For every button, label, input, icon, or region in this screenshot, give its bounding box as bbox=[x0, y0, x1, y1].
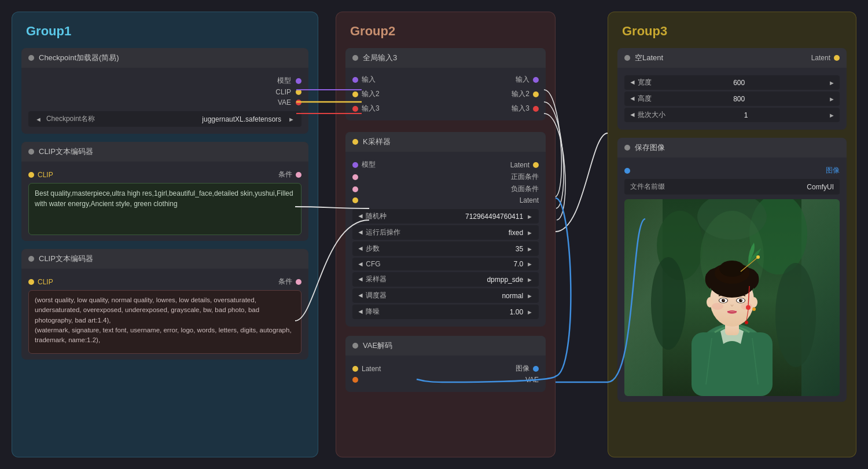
global-input-out-conn2[interactable] bbox=[533, 91, 539, 97]
empty-latent-batch-row[interactable]: ◄ 批次大小 1 ► bbox=[624, 108, 840, 122]
save-image-title: 保存图像 bbox=[635, 142, 665, 153]
vae-decode-vae-in[interactable] bbox=[352, 377, 358, 383]
checkpoint-body: 模型 CLIP VAE ◄ Checkpoint名称 juggernautXL.… bbox=[21, 68, 308, 134]
k-sampler-status-dot bbox=[352, 139, 358, 145]
clip-positive-body: CLIP 条件 Best quality,masterpiece,ultra h… bbox=[21, 162, 308, 241]
clip-positive-header-left: CLIP文本编码器 bbox=[28, 146, 93, 157]
global-input-in2[interactable] bbox=[352, 91, 358, 97]
clip-negative-title: CLIP文本编码器 bbox=[39, 254, 93, 264]
vae-decode-latent-in[interactable] bbox=[352, 366, 358, 372]
group2-title: Group2 bbox=[345, 21, 546, 41]
k-sampler-latent-label: Latent bbox=[520, 196, 539, 204]
svg-point-39 bbox=[741, 303, 752, 310]
k-sampler-header-left: K采样器 bbox=[352, 137, 391, 147]
k-sampler-cfg-row[interactable]: ◄ CFG 7.0 ► bbox=[352, 258, 539, 270]
k-sampler-sampler-value: dpmpp_sde bbox=[487, 276, 523, 284]
checkpoint-dropdown[interactable]: ◄ Checkpoint名称 juggernautXL.safetensors … bbox=[28, 111, 301, 127]
k-sampler-steps-next[interactable]: ► bbox=[525, 246, 534, 252]
k-sampler-postop-value: fixed bbox=[509, 229, 523, 237]
k-sampler-body: 模型 Latent 正面条件 负面条件 Latent ◄ 随机种 7129644… bbox=[345, 152, 546, 327]
svg-point-34 bbox=[727, 310, 737, 314]
k-sampler-scheduler-next[interactable]: ► bbox=[525, 292, 534, 299]
checkpoint-node: Checkpoint加载器(简易) 模型 CLIP VAE ◄ Checkpoi… bbox=[21, 48, 308, 134]
k-sampler-latent-in[interactable] bbox=[352, 197, 358, 203]
k-sampler-denoise-value: 1.00 bbox=[510, 308, 523, 316]
global-input-out-conn3[interactable] bbox=[533, 106, 539, 112]
global-input-in1[interactable] bbox=[352, 77, 358, 83]
svg-point-8 bbox=[775, 263, 816, 367]
k-sampler-postop-label: ◄ 运行后操作 bbox=[357, 228, 509, 237]
k-sampler-neg-in[interactable] bbox=[352, 186, 358, 192]
clip-negative-header: CLIP文本编码器 bbox=[21, 249, 308, 269]
clip-positive-condition-out[interactable] bbox=[296, 172, 301, 178]
clip-positive-io-row: CLIP 条件 bbox=[28, 170, 301, 179]
empty-latent-batch-next[interactable]: ► bbox=[829, 112, 835, 119]
empty-latent-batch-value: 1 bbox=[744, 111, 748, 119]
clip-negative-condition-out[interactable] bbox=[296, 279, 301, 285]
k-sampler-denoise-row[interactable]: ◄ 降噪 1.00 ► bbox=[352, 305, 539, 319]
vae-decode-body: Latent 图像 VAE bbox=[345, 356, 546, 392]
group1: Group1 Checkpoint加载器(简易) 模型 CLIP VAE ◄ C… bbox=[12, 12, 318, 457]
k-sampler-sampler-row[interactable]: ◄ 采样器 dpmpp_sde ► bbox=[352, 272, 539, 287]
global-input-header: 全局输入3 bbox=[345, 48, 546, 68]
vae-decode-image-out[interactable] bbox=[533, 366, 539, 372]
checkpoint-model-connector[interactable] bbox=[296, 78, 301, 84]
empty-latent-height-value: 800 bbox=[733, 95, 745, 103]
empty-latent-height-row[interactable]: ◄ 高度 800 ► bbox=[624, 91, 840, 106]
empty-latent-height-next[interactable]: ► bbox=[829, 96, 835, 102]
empty-latent-height-label: ◄ 高度 bbox=[629, 94, 652, 104]
svg-point-38 bbox=[712, 303, 723, 310]
group3-title: Group3 bbox=[617, 21, 847, 41]
vae-decode-title: VAE解码 bbox=[363, 340, 392, 351]
global-input-out2: 输入2 bbox=[512, 89, 529, 99]
k-sampler-seed-label: ◄ 随机种 bbox=[357, 211, 465, 221]
checkpoint-vae-connector[interactable] bbox=[296, 100, 301, 105]
k-sampler-seed-row[interactable]: ◄ 随机种 712964494760411 ► bbox=[352, 209, 539, 223]
clip-negative-clip-label: CLIP bbox=[38, 278, 278, 286]
save-image-node: 保存图像 图像 文件名前缀 ComfyUI bbox=[617, 138, 847, 402]
k-sampler-denoise-next[interactable]: ► bbox=[525, 309, 534, 316]
k-sampler-neg-label: 负面条件 bbox=[511, 184, 539, 194]
empty-latent-output-conn[interactable] bbox=[834, 55, 840, 61]
checkpoint-prev-btn[interactable]: ◄ bbox=[33, 116, 44, 123]
empty-latent-width-row[interactable]: ◄ 宽度 600 ► bbox=[624, 75, 840, 90]
k-sampler-cfg-next[interactable]: ► bbox=[525, 261, 534, 268]
clip-positive-condition-label: 条件 bbox=[278, 170, 292, 179]
global-input-in3[interactable] bbox=[352, 106, 358, 112]
vae-decode-latent-row: Latent 图像 bbox=[352, 364, 539, 373]
clip-negative-status-dot bbox=[28, 256, 34, 262]
k-sampler-postop-row[interactable]: ◄ 运行后操作 fixed ► bbox=[352, 225, 539, 240]
k-sampler-cfg-value: 7.0 bbox=[513, 260, 523, 268]
k-sampler-steps-row[interactable]: ◄ 步数 35 ► bbox=[352, 241, 539, 256]
global-input-label1: 输入 bbox=[362, 75, 516, 85]
checkpoint-dropdown-value: juggernautXL.safetensors bbox=[164, 115, 281, 123]
k-sampler-postop-next[interactable]: ► bbox=[525, 229, 534, 236]
save-image-input-conn[interactable] bbox=[624, 168, 630, 174]
k-sampler-scheduler-row[interactable]: ◄ 调度器 normal ► bbox=[352, 288, 539, 303]
global-input-out-conn1[interactable] bbox=[533, 77, 539, 83]
svg-point-37 bbox=[752, 307, 756, 311]
k-sampler-latent-out[interactable] bbox=[533, 162, 539, 168]
clip-positive-text[interactable]: Best quality,masterpiece,ultra high res,… bbox=[28, 183, 301, 235]
empty-latent-header-left: 空Latent bbox=[624, 53, 663, 63]
empty-latent-output: Latent bbox=[811, 54, 840, 62]
clip-negative-text[interactable]: (worst quality, low quality, normal qual… bbox=[28, 290, 301, 354]
k-sampler-pos-in[interactable] bbox=[352, 174, 358, 180]
global-input-out1: 输入 bbox=[516, 75, 529, 85]
k-sampler-pos-row: 正面条件 bbox=[352, 172, 539, 182]
k-sampler-seed-next[interactable]: ► bbox=[525, 213, 534, 220]
k-sampler-title: K采样器 bbox=[363, 137, 391, 147]
checkpoint-vae-row: VAE bbox=[28, 98, 301, 107]
svg-point-17 bbox=[719, 261, 745, 277]
checkpoint-next-btn[interactable]: ► bbox=[286, 116, 297, 123]
svg-point-7 bbox=[651, 257, 686, 350]
save-image-filename-row[interactable]: 文件名前缀 ComfyUI bbox=[624, 179, 840, 195]
k-sampler-sampler-next[interactable]: ► bbox=[525, 276, 534, 283]
checkpoint-dropdown-label: Checkpoint名称 bbox=[46, 114, 164, 124]
empty-latent-width-next[interactable]: ► bbox=[829, 79, 835, 86]
clip-negative-clip-in[interactable] bbox=[28, 279, 34, 285]
checkpoint-clip-connector[interactable] bbox=[296, 89, 301, 95]
svg-point-32 bbox=[723, 299, 724, 301]
clip-positive-clip-in[interactable] bbox=[28, 172, 34, 178]
k-sampler-model-in[interactable] bbox=[352, 162, 358, 168]
